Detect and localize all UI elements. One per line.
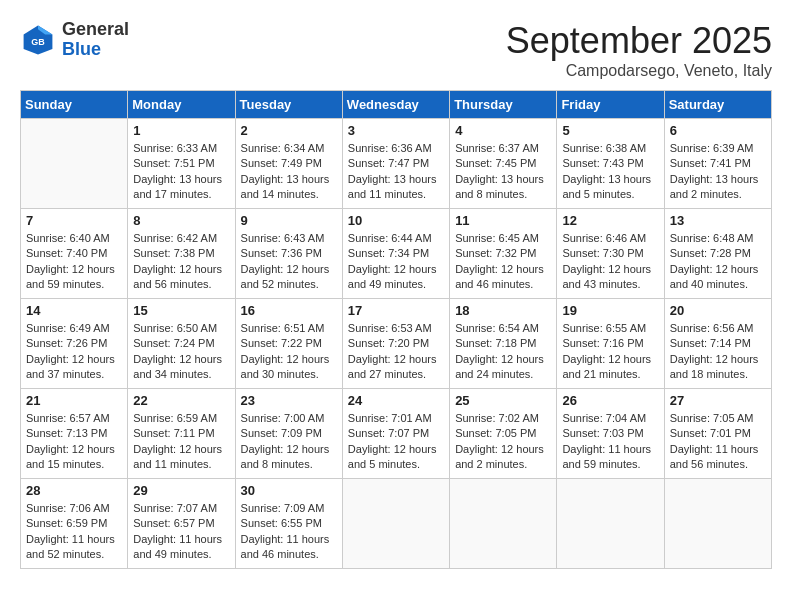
calendar-cell: 4Sunrise: 6:37 AM Sunset: 7:45 PM Daylig… <box>450 119 557 209</box>
calendar-cell: 23Sunrise: 7:00 AM Sunset: 7:09 PM Dayli… <box>235 389 342 479</box>
calendar-header-row: SundayMondayTuesdayWednesdayThursdayFrid… <box>21 91 772 119</box>
week-row-4: 21Sunrise: 6:57 AM Sunset: 7:13 PM Dayli… <box>21 389 772 479</box>
day-number: 24 <box>348 393 444 408</box>
day-info: Sunrise: 7:05 AM Sunset: 7:01 PM Dayligh… <box>670 411 766 473</box>
day-info: Sunrise: 7:01 AM Sunset: 7:07 PM Dayligh… <box>348 411 444 473</box>
day-info: Sunrise: 6:56 AM Sunset: 7:14 PM Dayligh… <box>670 321 766 383</box>
day-info: Sunrise: 6:39 AM Sunset: 7:41 PM Dayligh… <box>670 141 766 203</box>
title-area: September 2025 Campodarsego, Veneto, Ita… <box>506 20 772 80</box>
week-row-1: 1Sunrise: 6:33 AM Sunset: 7:51 PM Daylig… <box>21 119 772 209</box>
day-number: 3 <box>348 123 444 138</box>
svg-text:GB: GB <box>31 37 45 47</box>
day-info: Sunrise: 6:33 AM Sunset: 7:51 PM Dayligh… <box>133 141 229 203</box>
calendar-cell <box>557 479 664 569</box>
day-info: Sunrise: 7:04 AM Sunset: 7:03 PM Dayligh… <box>562 411 658 473</box>
day-number: 10 <box>348 213 444 228</box>
calendar-cell: 10Sunrise: 6:44 AM Sunset: 7:34 PM Dayli… <box>342 209 449 299</box>
week-row-3: 14Sunrise: 6:49 AM Sunset: 7:26 PM Dayli… <box>21 299 772 389</box>
calendar-cell <box>342 479 449 569</box>
calendar-cell: 13Sunrise: 6:48 AM Sunset: 7:28 PM Dayli… <box>664 209 771 299</box>
day-number: 9 <box>241 213 337 228</box>
day-info: Sunrise: 6:38 AM Sunset: 7:43 PM Dayligh… <box>562 141 658 203</box>
day-number: 25 <box>455 393 551 408</box>
day-number: 14 <box>26 303 122 318</box>
calendar-cell <box>450 479 557 569</box>
calendar-cell: 6Sunrise: 6:39 AM Sunset: 7:41 PM Daylig… <box>664 119 771 209</box>
day-info: Sunrise: 6:59 AM Sunset: 7:11 PM Dayligh… <box>133 411 229 473</box>
location-subtitle: Campodarsego, Veneto, Italy <box>506 62 772 80</box>
calendar-table: SundayMondayTuesdayWednesdayThursdayFrid… <box>20 90 772 569</box>
day-header-monday: Monday <box>128 91 235 119</box>
logo-text: General Blue <box>62 20 129 60</box>
day-info: Sunrise: 7:00 AM Sunset: 7:09 PM Dayligh… <box>241 411 337 473</box>
day-number: 17 <box>348 303 444 318</box>
week-row-2: 7Sunrise: 6:40 AM Sunset: 7:40 PM Daylig… <box>21 209 772 299</box>
day-info: Sunrise: 6:37 AM Sunset: 7:45 PM Dayligh… <box>455 141 551 203</box>
day-number: 21 <box>26 393 122 408</box>
calendar-cell: 5Sunrise: 6:38 AM Sunset: 7:43 PM Daylig… <box>557 119 664 209</box>
calendar-cell: 12Sunrise: 6:46 AM Sunset: 7:30 PM Dayli… <box>557 209 664 299</box>
day-info: Sunrise: 6:34 AM Sunset: 7:49 PM Dayligh… <box>241 141 337 203</box>
day-number: 29 <box>133 483 229 498</box>
day-info: Sunrise: 7:09 AM Sunset: 6:55 PM Dayligh… <box>241 501 337 563</box>
day-number: 5 <box>562 123 658 138</box>
calendar-cell: 20Sunrise: 6:56 AM Sunset: 7:14 PM Dayli… <box>664 299 771 389</box>
calendar-cell: 24Sunrise: 7:01 AM Sunset: 7:07 PM Dayli… <box>342 389 449 479</box>
day-info: Sunrise: 7:07 AM Sunset: 6:57 PM Dayligh… <box>133 501 229 563</box>
calendar-cell: 26Sunrise: 7:04 AM Sunset: 7:03 PM Dayli… <box>557 389 664 479</box>
calendar-cell: 30Sunrise: 7:09 AM Sunset: 6:55 PM Dayli… <box>235 479 342 569</box>
day-header-thursday: Thursday <box>450 91 557 119</box>
calendar-cell: 27Sunrise: 7:05 AM Sunset: 7:01 PM Dayli… <box>664 389 771 479</box>
calendar-cell: 28Sunrise: 7:06 AM Sunset: 6:59 PM Dayli… <box>21 479 128 569</box>
day-info: Sunrise: 6:43 AM Sunset: 7:36 PM Dayligh… <box>241 231 337 293</box>
day-number: 28 <box>26 483 122 498</box>
day-number: 16 <box>241 303 337 318</box>
day-number: 26 <box>562 393 658 408</box>
day-header-saturday: Saturday <box>664 91 771 119</box>
calendar-cell <box>21 119 128 209</box>
calendar-cell: 1Sunrise: 6:33 AM Sunset: 7:51 PM Daylig… <box>128 119 235 209</box>
calendar-cell: 29Sunrise: 7:07 AM Sunset: 6:57 PM Dayli… <box>128 479 235 569</box>
day-number: 12 <box>562 213 658 228</box>
calendar-cell: 14Sunrise: 6:49 AM Sunset: 7:26 PM Dayli… <box>21 299 128 389</box>
day-info: Sunrise: 6:44 AM Sunset: 7:34 PM Dayligh… <box>348 231 444 293</box>
calendar-cell: 18Sunrise: 6:54 AM Sunset: 7:18 PM Dayli… <box>450 299 557 389</box>
day-number: 6 <box>670 123 766 138</box>
day-number: 11 <box>455 213 551 228</box>
day-header-sunday: Sunday <box>21 91 128 119</box>
calendar-cell: 21Sunrise: 6:57 AM Sunset: 7:13 PM Dayli… <box>21 389 128 479</box>
day-number: 23 <box>241 393 337 408</box>
day-header-friday: Friday <box>557 91 664 119</box>
day-number: 2 <box>241 123 337 138</box>
day-number: 7 <box>26 213 122 228</box>
calendar-cell: 3Sunrise: 6:36 AM Sunset: 7:47 PM Daylig… <box>342 119 449 209</box>
day-info: Sunrise: 6:54 AM Sunset: 7:18 PM Dayligh… <box>455 321 551 383</box>
day-number: 4 <box>455 123 551 138</box>
day-number: 20 <box>670 303 766 318</box>
week-row-5: 28Sunrise: 7:06 AM Sunset: 6:59 PM Dayli… <box>21 479 772 569</box>
day-number: 1 <box>133 123 229 138</box>
day-info: Sunrise: 6:55 AM Sunset: 7:16 PM Dayligh… <box>562 321 658 383</box>
day-number: 8 <box>133 213 229 228</box>
day-info: Sunrise: 7:06 AM Sunset: 6:59 PM Dayligh… <box>26 501 122 563</box>
calendar-cell: 11Sunrise: 6:45 AM Sunset: 7:32 PM Dayli… <box>450 209 557 299</box>
day-info: Sunrise: 6:48 AM Sunset: 7:28 PM Dayligh… <box>670 231 766 293</box>
calendar-cell: 7Sunrise: 6:40 AM Sunset: 7:40 PM Daylig… <box>21 209 128 299</box>
day-number: 19 <box>562 303 658 318</box>
day-number: 13 <box>670 213 766 228</box>
calendar-cell: 2Sunrise: 6:34 AM Sunset: 7:49 PM Daylig… <box>235 119 342 209</box>
day-info: Sunrise: 6:57 AM Sunset: 7:13 PM Dayligh… <box>26 411 122 473</box>
day-number: 30 <box>241 483 337 498</box>
day-info: Sunrise: 6:42 AM Sunset: 7:38 PM Dayligh… <box>133 231 229 293</box>
calendar-cell: 25Sunrise: 7:02 AM Sunset: 7:05 PM Dayli… <box>450 389 557 479</box>
calendar-cell: 22Sunrise: 6:59 AM Sunset: 7:11 PM Dayli… <box>128 389 235 479</box>
calendar-cell: 19Sunrise: 6:55 AM Sunset: 7:16 PM Dayli… <box>557 299 664 389</box>
calendar-cell: 17Sunrise: 6:53 AM Sunset: 7:20 PM Dayli… <box>342 299 449 389</box>
day-info: Sunrise: 6:50 AM Sunset: 7:24 PM Dayligh… <box>133 321 229 383</box>
header: GB General Blue September 2025 Campodars… <box>20 20 772 80</box>
logo-icon: GB <box>20 22 56 58</box>
day-info: Sunrise: 6:49 AM Sunset: 7:26 PM Dayligh… <box>26 321 122 383</box>
day-info: Sunrise: 7:02 AM Sunset: 7:05 PM Dayligh… <box>455 411 551 473</box>
day-header-wednesday: Wednesday <box>342 91 449 119</box>
day-number: 22 <box>133 393 229 408</box>
